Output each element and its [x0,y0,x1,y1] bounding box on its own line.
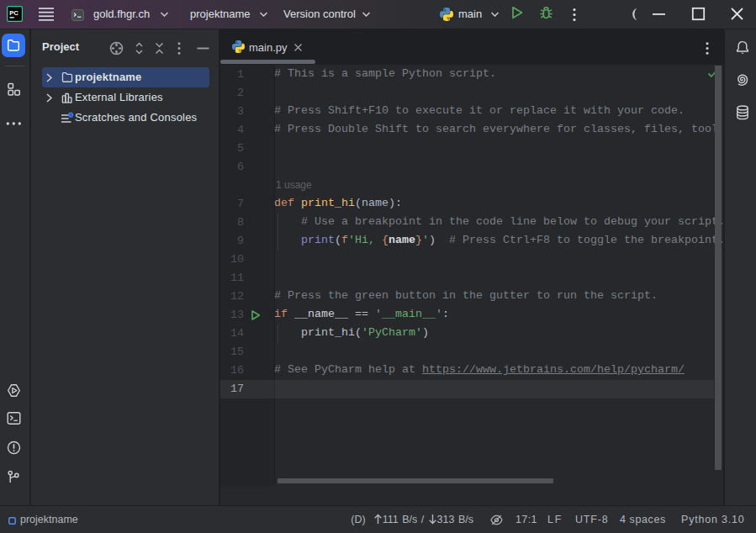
svg-text:PC: PC [9,9,19,17]
